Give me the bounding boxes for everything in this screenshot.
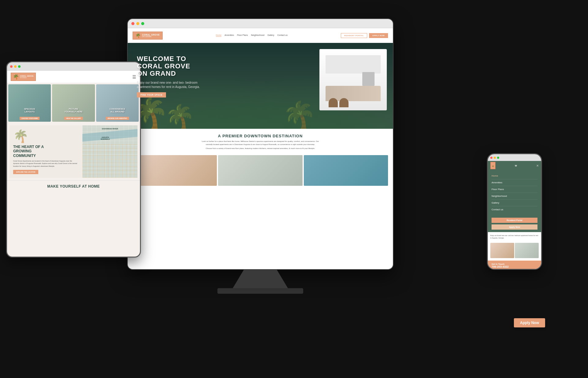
hero-title-line2: CORAL GROVE <box>137 63 204 70</box>
tablet-logo[interactable]: 🌴 CORAL GROVE ON GRAND <box>11 73 36 81</box>
card-btn-2[interactable]: VIEW THE GALLERY <box>64 117 83 120</box>
phone-nav-contact[interactable]: Contact us <box>492 206 537 213</box>
phone-nav-buttons: Resident Portal Apply Now <box>488 215 541 232</box>
hero-content: WELCOME TO CORAL GROVE ON GRAND Enjoy ou… <box>137 55 204 97</box>
gallery-strip <box>128 155 393 186</box>
tablet-dot-red[interactable] <box>10 65 13 68</box>
hero-title-line1: WELCOME TO <box>137 55 204 63</box>
tablet-cards: SPACIOUSLAYOUTS CHOOSE YOUR HOME PICTURE… <box>7 83 140 123</box>
tablet-logo-bottom: ON GRAND <box>20 77 34 78</box>
phone-apply-button[interactable]: Apply Now <box>492 224 537 230</box>
phone: 🌴 W ✕ Home Amenities Floor Plans Neighbo… <box>487 153 542 270</box>
monitor-dot-yellow[interactable] <box>136 22 139 25</box>
phone-content-text: Enjoy our brand new one- and two- bedroo… <box>490 235 539 239</box>
gallery-image-1 <box>133 155 217 186</box>
card-label-3: CONVENIENCEALL AROUND <box>96 108 139 113</box>
phone-gallery-img-1 <box>490 243 514 258</box>
apply-now-button[interactable]: APPLY NOW <box>369 33 388 38</box>
phone-nav-neighborhood[interactable]: Neighborhood <box>492 193 537 200</box>
card-btn-3[interactable]: BROWSE OUR AMENITIES <box>106 117 129 120</box>
phone-nav-home[interactable]: Home <box>492 173 537 179</box>
phone-gallery-img-2 <box>515 243 539 258</box>
hero-title-line3: ON GRAND <box>137 70 204 77</box>
hamburger-menu[interactable]: ☰ <box>132 74 136 79</box>
tablet-nav: 🌴 CORAL GROVE ON GRAND ☰ <box>7 71 140 83</box>
phone-nav-gallery[interactable]: Gallery <box>492 200 537 206</box>
nav-link-amenities[interactable]: Amenities <box>224 34 234 37</box>
gallery-image-2 <box>218 155 302 186</box>
phone-touch-phone[interactable]: 706-203-4322 <box>492 265 537 268</box>
tablet-dot-yellow[interactable] <box>14 65 17 68</box>
palm-tree-center: 🌴 <box>164 103 195 129</box>
community-palm-icon: 🌴 <box>13 129 79 143</box>
phone-dot-green[interactable] <box>497 157 499 159</box>
monitor-dot-green[interactable] <box>141 22 144 25</box>
desktop-hero: 🌴 🌴 🌴 WELCOME TO CORAL GROVE ON GRAND En… <box>128 43 393 129</box>
phone-nav-floorplans[interactable]: Floor Plans <box>492 186 537 193</box>
tablet-bar <box>7 62 140 71</box>
make-home-title: MAKE YOURSELF AT HOME <box>11 184 136 189</box>
desktop-monitor: 🌴 CORAL GROVE ON GRAND Home Amenities Fl… <box>127 18 394 294</box>
desktop-nav-links: Home Amenities Floor Plans Neighborhood … <box>166 34 337 37</box>
phone-content: Enjoy our brand new one- and two- bedroo… <box>488 232 541 242</box>
tablet-card-gallery: PICTUREYOURSELF HERE VIEW THE GALLERY <box>52 84 95 122</box>
phone-resident-portal-button[interactable]: Resident Portal <box>492 218 537 223</box>
nav-link-home[interactable]: Home <box>216 34 222 37</box>
phone-header: 🌴 W ✕ <box>488 161 541 170</box>
premier-title: A PREMIER DOWNTOWN DESTINATION <box>135 134 386 138</box>
gallery-image-3 <box>304 155 388 186</box>
community-map: SAVANNAH RIVER AUGUSTARIVERWALK <box>82 125 138 178</box>
tablet-palm-icon: 🌴 <box>13 74 19 80</box>
nav-link-gallery[interactable]: Gallery <box>267 34 274 37</box>
hero-kitchen-image <box>319 49 387 110</box>
phone-palm-icon: 🌴 <box>492 166 494 167</box>
phone-close-button[interactable]: ✕ <box>536 164 539 167</box>
monitor-base <box>217 288 303 294</box>
explore-location-button[interactable]: EXPLORE THE LOCATION <box>13 170 38 174</box>
nav-link-neighborhood[interactable]: Neighborhood <box>251 34 264 37</box>
tablet: 🌴 CORAL GROVE ON GRAND ☰ SPACIOUSLAYOUTS… <box>6 61 141 258</box>
tablet-frame: 🌴 CORAL GROVE ON GRAND ☰ SPACIOUSLAYOUTS… <box>6 61 141 258</box>
tablet-screen: 🌴 CORAL GROVE ON GRAND ☰ SPACIOUSLAYOUTS… <box>7 71 140 257</box>
desktop-logo[interactable]: 🌴 CORAL GROVE ON GRAND <box>133 32 163 40</box>
tablet-card-amenities: CONVENIENCEALL AROUND BROWSE OUR AMENITI… <box>96 84 139 122</box>
phone-gallery-strip <box>488 242 541 259</box>
phone-nav-amenities[interactable]: Amenities <box>492 179 537 186</box>
phone-nav-menu: Home Amenities Floor Plans Neighborhood … <box>488 170 541 215</box>
monitor-dot-red[interactable] <box>131 22 134 25</box>
monitor-stand <box>233 270 288 288</box>
hero-title: WELCOME TO CORAL GROVE ON GRAND <box>137 55 204 78</box>
logo-text-bottom: ON GRAND <box>142 36 160 37</box>
phone-bar <box>488 154 541 161</box>
phone-screen: 🌴 W ✕ Home Amenities Floor Plans Neighbo… <box>488 161 541 269</box>
desktop-nav-buttons: RESIDENT PORTAL APPLY NOW <box>341 33 388 38</box>
phone-dot-yellow[interactable] <box>494 157 496 159</box>
nav-link-contact[interactable]: Contact us <box>277 34 288 37</box>
map-riverwalk-label: AUGUSTARIVERWALK <box>101 136 110 140</box>
phone-touch-section: Get In Touch 706-203-4322 <box>488 261 541 269</box>
nav-link-floorplans[interactable]: Floor Plans <box>237 34 248 37</box>
phone-logo: 🌴 <box>490 162 496 169</box>
monitor-screen: 🌴 CORAL GROVE ON GRAND Home Amenities Fl… <box>128 28 393 270</box>
monitor-frame: 🌴 CORAL GROVE ON GRAND Home Amenities Fl… <box>127 18 394 270</box>
apply-now-badge[interactable]: Apply Now <box>514 318 545 327</box>
card-label-1: SPACIOUSLAYOUTS <box>8 108 51 113</box>
phone-dot-red[interactable] <box>490 157 492 159</box>
tablet-dot-green[interactable] <box>18 65 21 68</box>
community-text: 🌴 THE HEART OF AGROWINGCOMMUNITY Coral G… <box>9 125 82 178</box>
palm-tree-right: 🌴 <box>282 100 316 129</box>
phone-header-initial: W <box>515 165 517 167</box>
scene: 🌴 CORAL GROVE ON GRAND Home Amenities Fl… <box>0 0 588 378</box>
premier-body2: Choose from a variety of brand-new floor… <box>199 147 322 150</box>
tablet-card-layouts: SPACIOUSLAYOUTS CHOOSE YOUR HOME <box>8 84 51 122</box>
community-body: Coral Grove Apartments are located in th… <box>13 160 79 167</box>
tablet-make-home: MAKE YOURSELF AT HOME <box>7 180 140 192</box>
card-btn-1[interactable]: CHOOSE YOUR HOME <box>20 117 40 120</box>
community-heading: THE HEART OF AGROWINGCOMMUNITY <box>13 145 79 158</box>
phone-frame: 🌴 W ✕ Home Amenities Floor Plans Neighbo… <box>487 153 542 270</box>
monitor-bar <box>128 19 393 28</box>
resident-portal-button[interactable]: RESIDENT PORTAL <box>341 33 367 38</box>
premier-body1: Look no further for a place that feels l… <box>199 140 322 146</box>
premier-section: A PREMIER DOWNTOWN DESTINATION Look no f… <box>128 129 393 155</box>
find-space-button[interactable]: FIND YOUR SPACE <box>137 92 166 97</box>
